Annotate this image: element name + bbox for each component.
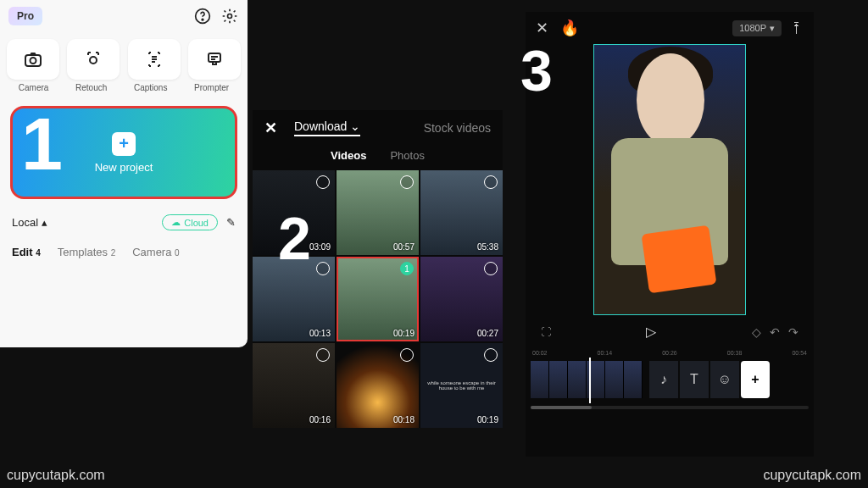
export-icon[interactable]: ⭱ (790, 20, 804, 36)
source-download[interactable]: Download ⌄ (294, 119, 360, 136)
gallery-subtabs: Videos Photos (253, 142, 503, 170)
chevron-down-icon: ⌄ (350, 119, 360, 133)
step-1-number: 1 (21, 107, 63, 181)
tab-templates[interactable]: Templates 2 (58, 246, 115, 258)
step-3-number: 3 (520, 37, 553, 103)
clip-duration: 03:09 (309, 242, 331, 252)
help-icon[interactable] (193, 7, 212, 25)
clip-duration: 00:13 (309, 329, 331, 338)
flame-icon[interactable]: 🔥 (560, 19, 579, 37)
clip-strip[interactable] (531, 361, 643, 398)
playback-controls: ⛶ ▷ ◇ ↶ ↷ (526, 315, 814, 348)
clip-select-circle[interactable] (400, 348, 414, 362)
gallery-clip[interactable]: 00:19while someone escape in their house… (420, 343, 503, 428)
resolution-button[interactable]: 1080P ▾ (732, 20, 782, 36)
label-camera: Camera (19, 83, 49, 92)
clip-select-circle[interactable] (316, 262, 330, 275)
gallery-clip[interactable]: 00:18 (337, 343, 419, 428)
tool-audio-icon[interactable]: ♪ (649, 361, 678, 398)
clip-select-circle[interactable] (316, 348, 330, 362)
svg-point-5 (90, 57, 97, 64)
projects-tabs: Edit 4 Templates 2 Camera 0 (0, 239, 248, 265)
timeline[interactable]: ♪ T ☺ + (526, 358, 814, 403)
clip-select-circle[interactable] (484, 262, 498, 275)
clip-select-circle[interactable] (400, 175, 414, 189)
chevron-up-icon: ▴ (42, 216, 47, 229)
tool-sticker-icon[interactable]: ☺ (710, 361, 739, 398)
storage-local-toggle[interactable]: Local ▴ (12, 216, 47, 229)
storage-row: Local ▴ ☁ Cloud ✎ (0, 206, 248, 239)
timeline-tick: 00:54 (792, 350, 807, 356)
gallery-clip[interactable]: 00:16 (253, 343, 335, 428)
pro-badge[interactable]: Pro (8, 7, 42, 25)
clip-select-circle[interactable] (484, 348, 498, 362)
fullscreen-icon[interactable]: ⛶ (541, 326, 550, 338)
redo-icon[interactable]: ↷ (788, 325, 798, 339)
new-project-button[interactable]: 1 + New project (10, 106, 237, 199)
home-header-icons (193, 7, 239, 25)
subtab-photos[interactable]: Photos (390, 149, 424, 162)
quick-actions-row (0, 32, 248, 83)
clip-duration: 00:27 (477, 329, 498, 338)
editor-topbar: ✕ 🔥 1080P ▾ ⭱ (526, 12, 814, 44)
svg-point-2 (228, 14, 232, 19)
play-icon[interactable]: ▷ (646, 324, 656, 340)
keyframe-icon[interactable]: ◇ (752, 325, 761, 339)
close-icon[interactable]: ✕ (536, 19, 548, 37)
new-project-label: New project (95, 161, 153, 174)
clip-duration: 00:16 (309, 415, 331, 424)
svg-rect-3 (25, 55, 41, 66)
add-clip-button[interactable]: + (741, 361, 770, 398)
panel-editor: ✕ 🔥 1080P ▾ ⭱ ⛶ ▷ ◇ ↶ ↷ 00:0200:1400:260… (526, 12, 814, 457)
quick-captions[interactable] (128, 39, 181, 80)
cloud-icon: ☁ (171, 217, 181, 228)
gallery-header: ✕ Download ⌄ Stock videos (253, 110, 503, 142)
watermark-left: cupycutapk.com (7, 468, 105, 483)
quick-labels: Camera Retouch Captions Prompter (0, 83, 248, 99)
clip-select-circle[interactable] (484, 175, 498, 189)
playhead[interactable] (589, 358, 591, 403)
clip-duration: 00:19 (393, 329, 415, 338)
subtab-videos[interactable]: Videos (331, 149, 366, 162)
edit-pencil-icon[interactable]: ✎ (226, 216, 236, 229)
quick-camera[interactable] (7, 39, 59, 80)
clip-select-circle[interactable] (316, 175, 330, 189)
clip-duration: 00:19 (477, 415, 498, 424)
gallery-clip[interactable]: 05:38 (420, 170, 503, 255)
label-retouch: Retouch (75, 83, 107, 92)
quick-prompter[interactable] (188, 39, 241, 80)
svg-point-4 (30, 58, 36, 64)
close-icon[interactable]: ✕ (264, 119, 277, 137)
timeline-tick: 00:14 (598, 350, 613, 356)
chevron-down-icon: ▾ (770, 23, 775, 34)
home-header: Pro (0, 0, 248, 32)
clip-duration: 00:57 (393, 242, 415, 252)
gear-icon[interactable] (220, 7, 239, 25)
cloud-button[interactable]: ☁ Cloud (162, 214, 218, 230)
video-preview[interactable] (593, 44, 746, 315)
timeline-tick: 00:02 (532, 350, 548, 356)
label-captions: Captions (134, 83, 167, 92)
source-stock-videos[interactable]: Stock videos (424, 121, 491, 135)
svg-point-1 (202, 19, 203, 20)
gallery-clip[interactable]: 00:27 (420, 257, 503, 341)
timeline-ruler: 00:0200:1400:2600:3800:54 (526, 348, 814, 358)
undo-icon[interactable]: ↶ (770, 325, 780, 339)
plus-icon: + (112, 132, 136, 156)
tool-text-icon[interactable]: T (680, 361, 709, 398)
watermark-right: cupycutapk.com (763, 468, 861, 483)
panel-home: Pro Camera Retouch Captions Prompter (0, 0, 248, 347)
tab-edit[interactable]: Edit 4 (12, 246, 41, 258)
gallery-clip[interactable]: 100:19 (337, 257, 419, 341)
timeline-tick: 00:38 (727, 350, 743, 356)
timeline-tick: 00:26 (662, 350, 677, 356)
timeline-tools: ♪ T ☺ + (649, 361, 770, 398)
label-prompter: Prompter (194, 83, 229, 92)
tab-camera[interactable]: Camera 0 (132, 246, 179, 258)
timeline-scrollbar[interactable] (531, 406, 809, 409)
gallery-clip[interactable]: 00:57 (337, 170, 419, 255)
quick-retouch[interactable] (67, 39, 120, 80)
clip-duration: 05:38 (477, 242, 498, 252)
clip-duration: 00:18 (393, 415, 415, 424)
clip-select-circle[interactable]: 1 (400, 262, 414, 275)
